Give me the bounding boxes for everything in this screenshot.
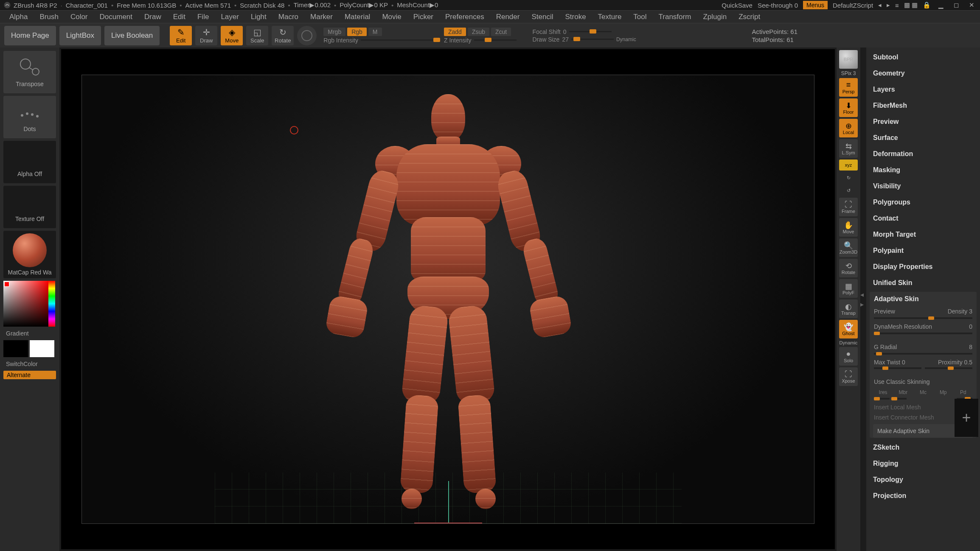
zadd-button[interactable]: Zadd [444, 28, 466, 36]
defaultzscript-button[interactable]: DefaultZScript [833, 2, 873, 9]
mrgb-button[interactable]: Mrgb [323, 28, 345, 36]
panel-topology[interactable]: Topology [868, 472, 978, 488]
hue-strip[interactable] [48, 281, 55, 327]
panel-preview[interactable]: Preview [868, 114, 978, 130]
rotate-view-button[interactable]: ⟲Rotate [839, 259, 858, 277]
xyz-button[interactable]: xyz [839, 159, 858, 171]
pd-button[interactable]: Pd [954, 389, 972, 396]
texture-panel[interactable]: Texture Off [3, 186, 56, 228]
menu-zplugin[interactable]: Zplugin [697, 13, 733, 21]
polyf-button[interactable]: ▦PolyF [839, 279, 858, 298]
frame-button[interactable]: ⛶Frame [839, 198, 858, 216]
z-intensity-slider[interactable] [474, 39, 517, 41]
rotate-mode-button[interactable]: ↻Rotate [272, 26, 294, 45]
panel-unified-skin[interactable]: Unified Skin [868, 275, 978, 291]
home-page-button[interactable]: Home Page [4, 26, 56, 45]
menu-texture[interactable]: Texture [592, 13, 628, 21]
use-classic-skinning-button[interactable]: Use Classic Skinning [874, 378, 930, 385]
menu-color[interactable]: Color [65, 13, 94, 21]
minimize-icon[interactable]: ▁ [936, 1, 946, 9]
menu-movie[interactable]: Movie [376, 13, 407, 21]
focal-shift-slider[interactable] [569, 31, 612, 32]
panel-deformation[interactable]: Deformation [868, 146, 978, 162]
bpr-button[interactable]: BPR [839, 50, 858, 69]
menu-alpha[interactable]: Alpha [3, 13, 34, 21]
transpose-panel[interactable]: Transpose [3, 51, 56, 93]
seethrough-slider[interactable]: See-through 0 [758, 2, 798, 9]
panel-display-properties[interactable]: Display Properties [868, 259, 978, 275]
panel-visibility[interactable]: Visibility [868, 178, 978, 194]
draw-mode-button[interactable]: ✛Draw [195, 26, 217, 45]
alternate-button[interactable]: Alternate [3, 371, 56, 379]
bars-icon[interactable]: ≡ [895, 2, 899, 9]
rgb-intensity-slider[interactable] [361, 39, 437, 41]
menu-light[interactable]: Light [245, 13, 272, 21]
ires-slider[interactable] [874, 398, 890, 400]
zoom3d-button[interactable]: 🔍Zoom3D [839, 238, 858, 257]
lsym-button[interactable]: ⇆L.Sym [839, 139, 858, 158]
menu-render[interactable]: Render [490, 13, 526, 21]
chevron-left-icon[interactable]: ◂ [860, 291, 866, 299]
transp-button[interactable]: ◐Transp [839, 299, 858, 318]
canvas[interactable] [61, 49, 835, 549]
menu-stroke[interactable]: Stroke [559, 13, 592, 21]
dynamesh-res-slider[interactable] [874, 333, 972, 334]
maxtwist-slider[interactable] [874, 367, 921, 369]
menu-file[interactable]: File [191, 13, 215, 21]
menus-button[interactable]: Menus [803, 1, 828, 9]
panel-polypaint[interactable]: Polypaint [868, 243, 978, 259]
persp-button[interactable]: ≡Persp [839, 78, 858, 97]
gizmo-button[interactable] [297, 26, 317, 45]
insert-local-mesh-button[interactable]: Insert Local Mesh [874, 404, 921, 411]
gradial-slider[interactable] [874, 353, 972, 355]
mbr-slider[interactable] [891, 398, 907, 400]
arrow-right-icon[interactable]: ▸ [887, 1, 890, 9]
insert-connector-mesh-button[interactable]: Insert Connector Mesh [874, 414, 934, 421]
main-color-swatch[interactable] [3, 340, 28, 357]
panel-masking[interactable]: Masking [868, 162, 978, 178]
solo-button[interactable]: ●Solo [839, 347, 858, 366]
local-button[interactable]: ⊕Local [839, 119, 858, 137]
grid-icons[interactable]: ▦ ▦ [904, 1, 918, 9]
m-button[interactable]: M [368, 28, 382, 36]
material-panel[interactable]: MatCap Red Wa [3, 231, 56, 278]
menu-document[interactable]: Document [94, 13, 138, 21]
maximize-icon[interactable]: ◻ [951, 1, 961, 9]
panel-projection[interactable]: Projection [868, 488, 978, 504]
menu-macro[interactable]: Macro [272, 13, 304, 21]
arrow-left-icon[interactable]: ◂ [878, 1, 882, 9]
lightbox-button[interactable]: LightBox [59, 26, 101, 45]
proximity-slider[interactable] [925, 367, 972, 369]
stroke-panel[interactable]: Dots [3, 96, 56, 138]
dynamic-label[interactable]: Dynamic [616, 36, 636, 42]
xpose-button[interactable]: ⛶Xpose [839, 367, 858, 386]
character-model[interactable] [312, 94, 584, 523]
panel-polygroups[interactable]: Polygroups [868, 194, 978, 210]
draw-size-slider[interactable] [571, 39, 614, 40]
ires-button[interactable]: Ires [874, 389, 892, 396]
panel-subtool[interactable]: Subtool [868, 49, 978, 65]
menu-edit[interactable]: Edit [167, 13, 191, 21]
menu-material[interactable]: Material [339, 13, 376, 21]
menu-marker[interactable]: Marker [304, 13, 339, 21]
panel-contact[interactable]: Contact [868, 210, 978, 227]
quicksave-button[interactable]: QuickSave [722, 2, 753, 9]
move-mode-button[interactable]: ◈Move [221, 26, 243, 45]
add-panel-button[interactable]: + [955, 399, 978, 437]
color-picker[interactable] [3, 281, 55, 327]
panel-rigging[interactable]: Rigging [868, 456, 978, 472]
density-slider[interactable] [874, 317, 972, 319]
gradient-label[interactable]: Gradient [3, 329, 56, 338]
menu-preferences[interactable]: Preferences [439, 13, 490, 21]
ghost-button[interactable]: 👻Ghost [839, 320, 858, 338]
menu-brush[interactable]: Brush [34, 13, 64, 21]
panel-layers[interactable]: Layers [868, 81, 978, 98]
panel-morph-target[interactable]: Morph Target [868, 227, 978, 243]
mc-button[interactable]: Mc [914, 389, 932, 396]
chevron-right-icon[interactable]: ▸ [860, 300, 866, 308]
adaptive-preview-button[interactable]: Preview [874, 308, 895, 315]
close-icon[interactable]: ✕ [966, 1, 977, 9]
floor-button[interactable]: ⬇Floor [839, 98, 858, 117]
aof-button[interactable]: ↻ [839, 172, 858, 183]
menu-draw[interactable]: Draw [138, 13, 167, 21]
